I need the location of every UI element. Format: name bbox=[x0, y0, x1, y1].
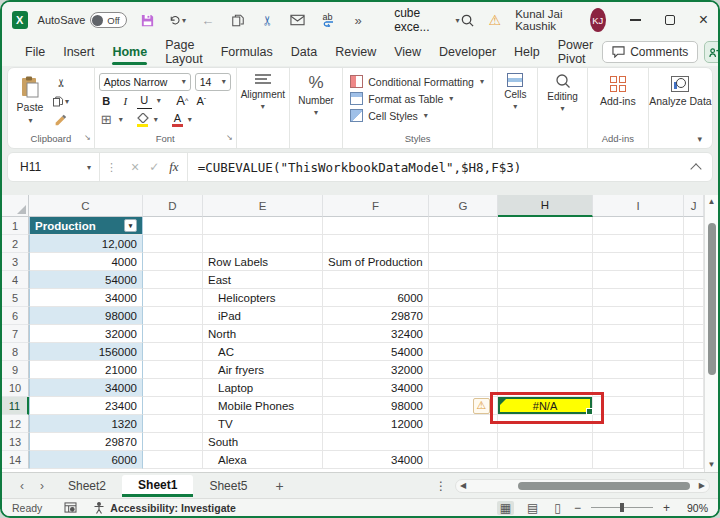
cell-C13[interactable]: 29870 bbox=[29, 433, 143, 451]
cell-J8[interactable] bbox=[684, 343, 704, 361]
cell-I3[interactable] bbox=[593, 253, 684, 271]
formula-input[interactable]: =CUBEVALUE("ThisWorkbookDataModel",$H8,F… bbox=[188, 160, 688, 175]
cell-C6[interactable]: 98000 bbox=[29, 307, 143, 325]
cell-D9[interactable] bbox=[143, 361, 203, 379]
cell-J13[interactable] bbox=[684, 433, 704, 451]
zoom-slider[interactable] bbox=[591, 507, 653, 508]
cell-I9[interactable] bbox=[593, 361, 684, 379]
save-icon[interactable] bbox=[139, 12, 156, 29]
cell-I14[interactable] bbox=[593, 451, 684, 469]
new-sheet-button[interactable]: + bbox=[263, 478, 295, 494]
cell-C7[interactable]: 32000 bbox=[29, 325, 143, 343]
cell-I7[interactable] bbox=[593, 325, 684, 343]
normal-view-icon[interactable]: ▦ bbox=[497, 501, 514, 515]
scroll-down-icon[interactable]: ▼ bbox=[708, 458, 716, 472]
fill-color-button[interactable] bbox=[137, 113, 149, 127]
col-header-D[interactable]: D bbox=[143, 195, 203, 217]
vertical-scrollbar[interactable]: ▲ ▼ bbox=[704, 195, 718, 472]
cell-F11[interactable]: 98000 bbox=[323, 397, 429, 415]
col-header-H[interactable]: H bbox=[498, 195, 593, 217]
tab-page-layout[interactable]: Page Layout bbox=[156, 33, 212, 71]
cell-J12[interactable] bbox=[684, 415, 704, 433]
col-header-J[interactable]: J bbox=[684, 195, 704, 217]
cell-E9[interactable]: Air fryers bbox=[203, 361, 323, 379]
cell-E4[interactable]: East bbox=[203, 271, 323, 289]
confirm-entry-icon[interactable]: ✓ bbox=[149, 160, 159, 174]
alignment-group[interactable]: Alignment ▾ bbox=[237, 68, 290, 148]
cell-G7[interactable] bbox=[429, 325, 498, 343]
collapse-ribbon-icon[interactable]: ▾ bbox=[697, 134, 702, 144]
cell-C2[interactable]: 12,000 bbox=[29, 235, 143, 253]
search-icon[interactable] bbox=[460, 13, 475, 28]
cell-G11[interactable]: ⚠ bbox=[429, 397, 498, 415]
cut-icon[interactable]: ✂ bbox=[259, 12, 276, 29]
cell-G1[interactable] bbox=[429, 217, 498, 235]
cell-F2[interactable] bbox=[323, 235, 429, 253]
cell-I1[interactable] bbox=[593, 217, 684, 235]
cell-I6[interactable] bbox=[593, 307, 684, 325]
cell-I4[interactable] bbox=[593, 271, 684, 289]
cell-H11-selected[interactable]: #N/A bbox=[498, 397, 593, 415]
cell-E10[interactable]: Laptop bbox=[203, 379, 323, 397]
tab-help[interactable]: Help bbox=[505, 40, 549, 64]
minimize-button[interactable] bbox=[630, 19, 641, 21]
analyze-data-button[interactable]: Analyze Data bbox=[649, 73, 712, 107]
cell-J1[interactable] bbox=[684, 217, 704, 235]
cell-G2[interactable] bbox=[429, 235, 498, 253]
na-error-cell[interactable]: #N/A bbox=[498, 397, 592, 414]
cell-G14[interactable] bbox=[429, 451, 498, 469]
cancel-entry-icon[interactable]: × bbox=[131, 159, 139, 175]
cell-C1[interactable]: Production ▾ bbox=[29, 217, 143, 235]
comments-button[interactable]: Comments bbox=[602, 41, 698, 63]
row-header-13[interactable]: 13 bbox=[2, 433, 29, 451]
copy-button[interactable]: ▾ bbox=[52, 93, 69, 109]
cell-E13[interactable]: South bbox=[203, 433, 323, 451]
editing-group[interactable]: Editing ▾ bbox=[538, 68, 587, 148]
expand-formula-bar-icon[interactable] bbox=[690, 163, 701, 174]
email-icon[interactable] bbox=[289, 12, 306, 29]
cell-J6[interactable] bbox=[684, 307, 704, 325]
cell-C5[interactable]: 34000 bbox=[29, 289, 143, 307]
cell-F12[interactable]: 12000 bbox=[323, 415, 429, 433]
redo-button-disabled[interactable]: ← bbox=[199, 12, 216, 29]
tab-formulas[interactable]: Formulas bbox=[212, 40, 282, 64]
number-group[interactable]: % Number ▾ bbox=[290, 68, 343, 148]
cell-H8[interactable] bbox=[498, 343, 593, 361]
user-name[interactable]: Kunal Jai Kaushik bbox=[515, 8, 576, 32]
cell-C9[interactable]: 21000 bbox=[29, 361, 143, 379]
conditional-formatting-button[interactable]: Conditional Formatting ▾ bbox=[343, 73, 492, 90]
prev-sheet-icon[interactable]: ‹ bbox=[12, 479, 32, 493]
cell-D10[interactable] bbox=[143, 379, 203, 397]
cell-I13[interactable] bbox=[593, 433, 684, 451]
cell-E12[interactable]: TV bbox=[203, 415, 323, 433]
cell-J10[interactable] bbox=[684, 379, 704, 397]
select-all-corner[interactable] bbox=[2, 195, 29, 217]
cell-F7[interactable]: 32400 bbox=[323, 325, 429, 343]
cell-D5[interactable] bbox=[143, 289, 203, 307]
close-button[interactable]: × bbox=[699, 12, 708, 28]
cell-H2[interactable] bbox=[498, 235, 593, 253]
cell-I2[interactable] bbox=[593, 235, 684, 253]
cell-G13[interactable] bbox=[429, 433, 498, 451]
clipboard-dialog-launcher[interactable]: ↘ bbox=[84, 131, 91, 145]
cell-D4[interactable] bbox=[143, 271, 203, 289]
cell-D14[interactable] bbox=[143, 451, 203, 469]
cell-H10[interactable] bbox=[498, 379, 593, 397]
font-size-select[interactable]: 14 ▾ bbox=[195, 73, 231, 91]
cell-E6[interactable]: iPad bbox=[203, 307, 323, 325]
paste-button[interactable]: Paste ▾ bbox=[8, 73, 52, 127]
cell-E3[interactable]: Row Labels bbox=[203, 253, 323, 271]
cell-G12[interactable] bbox=[429, 415, 498, 433]
row-header-9[interactable]: 9 bbox=[2, 361, 29, 379]
cell-J11[interactable] bbox=[684, 397, 704, 415]
cell-H4[interactable] bbox=[498, 271, 593, 289]
cell-D11[interactable] bbox=[143, 397, 203, 415]
col-header-C[interactable]: C bbox=[29, 195, 143, 217]
cell-D7[interactable] bbox=[143, 325, 203, 343]
cell-I11[interactable] bbox=[593, 397, 684, 415]
cell-E11[interactable]: Mobile Phones bbox=[203, 397, 323, 415]
cell-H13[interactable] bbox=[498, 433, 593, 451]
cut-button[interactable]: ✂ bbox=[53, 74, 69, 91]
excel-logo-icon[interactable]: X bbox=[12, 11, 28, 29]
format-painter-button[interactable] bbox=[52, 111, 69, 127]
